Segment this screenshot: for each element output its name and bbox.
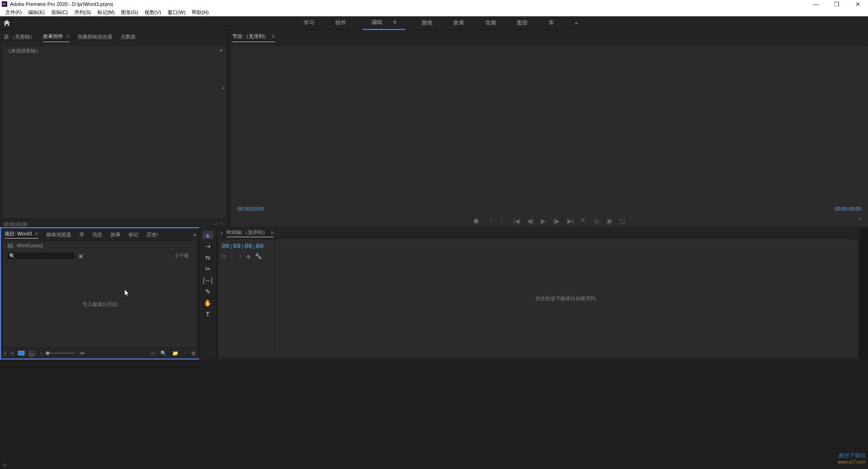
menu-edit[interactable]: 编辑(E) (25, 9, 48, 16)
timeline-header: × 时间轴:（无序列） ≡ (217, 227, 860, 239)
hamburger-icon[interactable]: ≡ (34, 231, 38, 236)
zoom-icon[interactable]: ⟲ (214, 222, 217, 227)
tab-info[interactable]: 信息 (92, 231, 102, 238)
tabs-overflow-icon[interactable]: » (193, 232, 196, 237)
scroll-up-icon[interactable]: ▴ (222, 85, 226, 89)
type-tool-icon[interactable]: T (203, 310, 213, 318)
timeline-timecode[interactable]: 00;00;00;00 (222, 241, 275, 250)
zoom-slider-knob[interactable]: ○ (40, 350, 43, 356)
track-select-tool-icon[interactable]: ⇢ (203, 242, 213, 250)
tab-timeline[interactable]: 时间轴:（无序列） ≡ (227, 229, 274, 237)
menu-file[interactable]: 文件(F) (3, 9, 24, 16)
project-panel: 项目: Word3 ≡ 媒体浏览器 库 信息 效果 标记 历史i » Word3… (0, 227, 199, 359)
hand-tool-icon[interactable]: ✋ (203, 299, 213, 307)
tab-source[interactable]: 源:（无剪辑） (4, 32, 35, 42)
project-filename: Word3.prproj (17, 243, 43, 248)
menu-window[interactable]: 窗口(W) (165, 9, 188, 16)
play-icon[interactable]: ▶ (541, 217, 546, 225)
home-icon[interactable] (0, 16, 14, 30)
status-icon: ⊙ (3, 462, 7, 468)
ripple-edit-tool-icon[interactable]: ⇆ (203, 254, 213, 262)
tab-history[interactable]: 历史i (147, 231, 158, 238)
ws-overflow-icon[interactable]: » (570, 17, 583, 29)
tab-markers[interactable]: 标记 (129, 231, 139, 238)
pen-tool-icon[interactable]: ✎ (203, 287, 213, 296)
go-to-out-icon[interactable]: ▶| (567, 217, 574, 225)
menu-sequence[interactable]: 序列(S) (72, 9, 94, 16)
panel-arrow-icon[interactable]: ▸ (220, 48, 222, 54)
close-button[interactable]: ✕ (847, 0, 868, 8)
import-hint[interactable]: 导入媒体以开始 (3, 262, 197, 347)
ws-tab-audio[interactable]: 音频 (481, 16, 501, 29)
delete-icon[interactable]: 🗑 (191, 350, 196, 356)
slip-tool-icon[interactable]: |↔| (203, 276, 213, 284)
transport-controls: ⬢ 〈 〉 |◀ ◀| ▶ |▶ ▶| ⇱ ⇲ ▣ ◫ (231, 214, 868, 227)
marker-icon[interactable]: ⬢ (473, 217, 479, 225)
maximize-button[interactable]: ❐ (826, 0, 847, 8)
add-button-icon[interactable]: ＋ (857, 215, 864, 224)
in-point-icon[interactable]: 〈 (486, 217, 492, 225)
timeline-drop-hint[interactable]: 在此处放下媒体以创建序列。 (278, 239, 858, 357)
ws-tab-graphics[interactable]: 图形 (512, 16, 532, 29)
ws-tab-libraries[interactable]: 库 (544, 16, 559, 29)
selection-tool-icon[interactable]: ▲ (203, 231, 213, 239)
menu-view[interactable]: 视图(V) (142, 9, 164, 16)
hamburger-icon[interactable]: ≡ (389, 16, 401, 28)
tab-media-browser[interactable]: 媒体浏览器 (46, 231, 71, 238)
sort-icon[interactable]: ≡▾ (79, 350, 85, 356)
new-item-dropdown-icon[interactable]: ▫ (184, 350, 186, 356)
menu-graphics[interactable]: 图形(G) (118, 9, 141, 16)
ws-tab-assemble[interactable]: 组件 (331, 16, 351, 29)
tab-effects[interactable]: 效果 (111, 231, 121, 238)
ws-tab-learn[interactable]: 学习 (299, 16, 319, 29)
diamond-icon[interactable]: ◆ (246, 253, 251, 259)
extract-icon[interactable]: ⇲ (593, 217, 599, 225)
tab-metadata[interactable]: 元数据 (121, 32, 135, 42)
hamburger-icon[interactable]: ≡ (270, 32, 275, 41)
camera-icon[interactable]: ▣ (606, 217, 612, 225)
new-bin-icon[interactable]: 📁 (172, 350, 178, 356)
tab-libraries[interactable]: 库 (79, 231, 84, 238)
new-item-icon[interactable]: ▯ (4, 350, 6, 356)
tab-effect-controls[interactable]: 效果控件 ≡ (43, 31, 69, 42)
close-panel-icon[interactable]: × (220, 230, 223, 236)
effect-controls-body: （未选择剪辑） ▸ ▴ (2, 45, 227, 218)
project-footer: ▯ ≡ ◫ ○ ≡▾ ▭ 🔍 📁 ▫ 🗑 (1, 348, 199, 359)
out-point-icon[interactable]: 〉 (500, 217, 506, 225)
hamburger-icon[interactable]: ≡ (270, 230, 274, 235)
razor-tool-icon[interactable]: ✂ (203, 265, 213, 273)
go-to-in-icon[interactable]: |◀ (513, 217, 520, 225)
menu-clip[interactable]: 剪辑(C) (48, 9, 71, 16)
step-back-icon[interactable]: ◀| (527, 217, 534, 225)
link-icon[interactable]: ∩ (230, 253, 234, 259)
lift-icon[interactable]: ⇱ (581, 217, 586, 225)
compare-icon[interactable]: ◫ (619, 217, 625, 225)
tab-audio-mixer[interactable]: 音频剪辑混合器 (77, 32, 112, 42)
project-filename-row: Word3.prproj (3, 241, 197, 250)
ws-tab-editing[interactable]: 编辑 ≡ (362, 16, 405, 30)
minimize-button[interactable]: — (805, 0, 826, 8)
output-icon[interactable]: ⇱ (221, 222, 225, 227)
hamburger-icon[interactable]: ≡ (65, 32, 69, 41)
marker-add-icon[interactable]: 𝄐 (239, 253, 242, 259)
list-view-icon[interactable]: ≡ (11, 350, 14, 356)
bin-icon[interactable]: ▣ (78, 253, 83, 259)
freeform-view-icon[interactable]: ◫ (29, 351, 35, 355)
program-tabs: 节目:（无序列） ≡ (229, 30, 868, 43)
icon-view-icon[interactable] (18, 351, 24, 355)
zoom-slider[interactable] (48, 353, 75, 354)
tab-program[interactable]: 节目:（无序列） ≡ (232, 31, 275, 42)
snap-icon[interactable]: ⧉ (222, 253, 226, 259)
ws-tab-color[interactable]: 颜色 (417, 16, 437, 29)
tab-project[interactable]: 项目: Word3 ≡ (5, 230, 38, 239)
settings-icon[interactable]: 🔧 (255, 253, 262, 259)
find-icon[interactable]: 🔍 (160, 350, 167, 356)
menu-help[interactable]: 帮助(H) (189, 9, 211, 16)
ws-tab-effects[interactable]: 效果 (449, 16, 469, 29)
search-input[interactable]: 🔍 (7, 252, 75, 260)
menu-marker[interactable]: 标记(M) (95, 9, 118, 16)
step-forward-icon[interactable]: |▶ (553, 217, 560, 225)
program-viewer (231, 46, 868, 203)
auto-seq-icon[interactable]: ▭ (150, 350, 155, 356)
status-bar: ⊙ (0, 461, 868, 469)
